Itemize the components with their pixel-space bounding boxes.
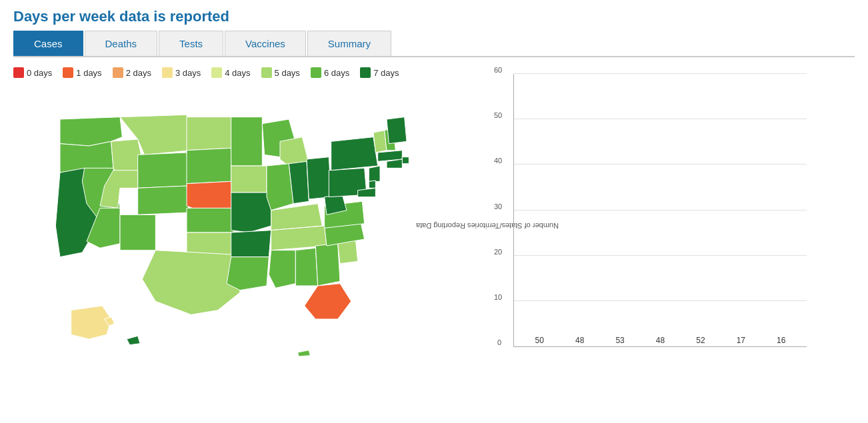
legend-color [13,67,24,78]
legend-item: 1 days [63,67,101,78]
legend-color [162,67,173,78]
main-content: 0 days1 days2 days3 days4 days5 days6 da… [0,57,868,384]
legend-color [311,67,321,78]
legend-color [113,67,123,78]
tab-cases[interactable]: Cases [13,31,83,56]
legend-item: 4 days [211,67,250,78]
legend-color [360,67,371,78]
tab-bar: Cases Deaths Tests Vaccines Summary [13,31,855,57]
legend-item: 7 days [360,67,399,78]
legend-color [211,67,222,78]
legend-item: 6 days [311,67,349,78]
legend-color [63,67,73,78]
tab-tests[interactable]: Tests [159,31,223,56]
legend-item: 0 days [13,67,52,78]
legend-item: 5 days [261,67,300,78]
legend-item: 2 days [113,67,151,78]
right-panel: Number of States/Territories Reporting D… [467,67,855,374]
page-title: Days per week data is reported [0,0,868,31]
us-map [13,86,440,366]
legend-color [261,67,272,78]
map-legend: 0 days1 days2 days3 days4 days5 days6 da… [13,67,453,78]
tab-vaccines[interactable]: Vaccines [225,31,306,56]
legend-item: 3 days [162,67,201,78]
left-panel: 0 days1 days2 days3 days4 days5 days6 da… [13,67,453,374]
tab-deaths[interactable]: Deaths [85,31,158,56]
tab-summary[interactable]: Summary [307,31,391,56]
